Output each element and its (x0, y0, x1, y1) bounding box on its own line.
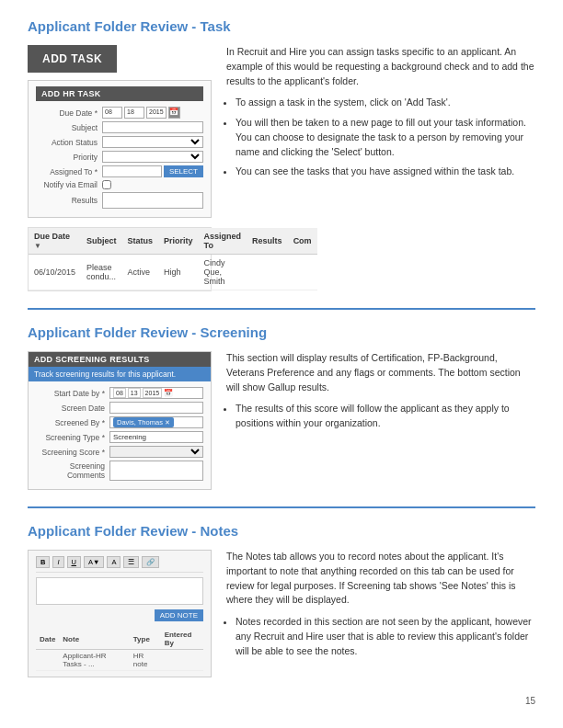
screening-bullet-1: The results of this score will follow th… (236, 402, 535, 431)
screening-screenshot-area: ADD SCREENING RESULTS Track screening re… (28, 351, 212, 490)
screened-by-value[interactable]: Davis, Thomas ✕ (109, 416, 203, 428)
add-task-button[interactable]: ADD TASK (28, 45, 117, 73)
cell-due-date: 06/10/2015 (29, 255, 81, 290)
due-date-row: Due Date * 08 18 2015 📅 (36, 107, 203, 119)
col-com[interactable]: Com (288, 228, 317, 255)
screening-score-row: Screening Score * (36, 446, 203, 458)
start-date-input[interactable]: 08 13 2015 📅 (109, 387, 203, 399)
priority-label: Priority (36, 153, 102, 162)
screening-score-input[interactable] (109, 446, 203, 458)
cell-status: Active (122, 255, 159, 290)
action-status-row: Action Status (36, 136, 203, 148)
results-label: Results (36, 196, 102, 205)
screening-form-title: ADD SCREENING RESULTS (29, 352, 211, 367)
notes-toolbar: B I U A▼ A ☰ 🔗 (36, 556, 203, 573)
notes-intro-text: The Notes tab allows you to record notes… (226, 550, 535, 608)
start-date-by-label: Start Date by * (36, 389, 109, 398)
task-section-title: Applicant Folder Review - Task (28, 18, 535, 34)
results-row: Results (36, 192, 203, 209)
notify-label: Notify via Email (36, 180, 102, 189)
notify-row: Notify via Email (36, 180, 203, 189)
screening-type-label: Screening Type * (36, 433, 109, 442)
sort-arrow: ▼ (34, 242, 41, 250)
sdate-dd: 13 (128, 388, 141, 398)
col-assigned-to[interactable]: Assigned To (199, 228, 247, 255)
col-due-date[interactable]: Due Date ▼ (29, 228, 81, 255)
underline-btn[interactable]: U (67, 556, 81, 568)
start-date-by-row: Start Date by * 08 13 2015 📅 (36, 387, 203, 399)
table-row: 06/10/2015 Please condu... Active High C… (29, 255, 317, 290)
italic-btn[interactable]: I (52, 556, 63, 568)
color-btn[interactable]: A (107, 556, 121, 568)
notes-section-content: B I U A▼ A ☰ 🔗 ADD NOTE Date Note (28, 550, 535, 677)
screening-description: This section will display results of Cer… (226, 351, 535, 437)
calendar-icon[interactable]: 📅 (168, 107, 180, 119)
cell-results (247, 255, 288, 290)
screening-type-select[interactable]: Screening (109, 431, 203, 443)
due-date-yyyy: 2015 (146, 107, 167, 119)
task-screening-divider (28, 308, 535, 310)
list-btn[interactable]: ☰ (123, 556, 139, 568)
task-bullet-list: To assign a task in the system, click on… (236, 96, 535, 179)
due-date-label: Due Date * (36, 108, 102, 118)
col-priority[interactable]: Priority (158, 228, 199, 255)
notes-bullet-list: Notes recorded in this section are not s… (236, 615, 535, 658)
task-bullet-2: You will then be taken to a new page to … (236, 116, 535, 159)
due-date-dd: 18 (124, 107, 144, 119)
notes-table-header-row: Date Note Type Entered By (36, 629, 203, 650)
screen-date-label: Screen Date (36, 404, 109, 413)
screening-form-subtitle: Track screening results for this applica… (29, 367, 211, 381)
notes-content-area[interactable] (36, 577, 203, 605)
col-status[interactable]: Status (122, 228, 159, 255)
screening-score-label: Screening Score * (36, 448, 109, 457)
subject-row: Subject (36, 121, 203, 133)
add-note-button[interactable]: ADD NOTE (155, 609, 203, 621)
screen-date-input[interactable] (109, 402, 203, 414)
notes-table: Date Note Type Entered By Applicant-HR T… (36, 629, 203, 671)
note-entered-by (161, 650, 203, 671)
font-size-btn[interactable]: A▼ (84, 556, 104, 568)
task-table-wrapper: Due Date ▼ Subject Status Priority Assig… (28, 227, 212, 291)
notify-checkbox[interactable] (102, 180, 111, 189)
cell-assigned-to: Cindy Que, Smith (199, 255, 247, 290)
link-btn[interactable]: 🔗 (142, 556, 159, 568)
note-date (36, 650, 59, 671)
action-status-select[interactable] (102, 136, 203, 148)
screening-comments-label: Screening Comments (36, 461, 109, 480)
select-button[interactable]: SELECT (164, 165, 203, 177)
note-text: Applicant-HR Tasks - ... (59, 650, 129, 671)
col-subject[interactable]: Subject (81, 228, 122, 255)
screened-by-tag: Davis, Thomas ✕ (113, 417, 174, 427)
screening-type-row: Screening Type * Screening (36, 431, 203, 443)
notes-section: Applicant Folder Review - Notes B I U A▼… (28, 523, 535, 677)
col-results[interactable]: Results (247, 228, 288, 255)
priority-select[interactable] (102, 151, 203, 163)
task-bullet-3: You can see the tasks that you have assi… (236, 165, 535, 179)
task-form-mock: ADD HR TASK Due Date * 08 18 2015 📅 Subj… (28, 80, 212, 218)
assigned-to-input[interactable] (102, 165, 162, 177)
subject-input[interactable] (102, 121, 203, 133)
screening-form-body: Start Date by * 08 13 2015 📅 Screen Date (29, 381, 211, 489)
due-date-mm: 08 (102, 107, 122, 119)
screening-type-value: Screening (113, 433, 146, 441)
screening-comments-row: Screening Comments (36, 461, 203, 481)
due-date-input[interactable]: 08 18 2015 📅 (102, 107, 180, 119)
priority-row: Priority (36, 151, 203, 163)
screening-score-select[interactable] (109, 446, 203, 458)
action-status-label: Action Status (36, 138, 102, 147)
notes-col-note: Note (59, 629, 129, 650)
screening-comments-input[interactable] (109, 461, 203, 481)
sdate-mm: 08 (113, 388, 126, 398)
remove-screened-by-icon[interactable]: ✕ (165, 419, 170, 427)
notes-description: The Notes tab allows you to record notes… (226, 550, 535, 664)
task-table: Due Date ▼ Subject Status Priority Assig… (29, 228, 317, 290)
sdate-yyyy: 2015 (143, 388, 163, 398)
screened-by-label: Screened By * (36, 418, 109, 427)
screening-bullet-list: The results of this score will follow th… (236, 402, 535, 431)
bold-btn[interactable]: B (36, 556, 50, 568)
notes-col-entered-by: Entered By (161, 629, 203, 650)
notes-mock: B I U A▼ A ☰ 🔗 ADD NOTE Date Note (28, 550, 212, 677)
notes-col-date: Date (36, 629, 59, 650)
sdate-cal-icon[interactable]: 📅 (164, 389, 173, 397)
results-input[interactable] (102, 192, 203, 209)
